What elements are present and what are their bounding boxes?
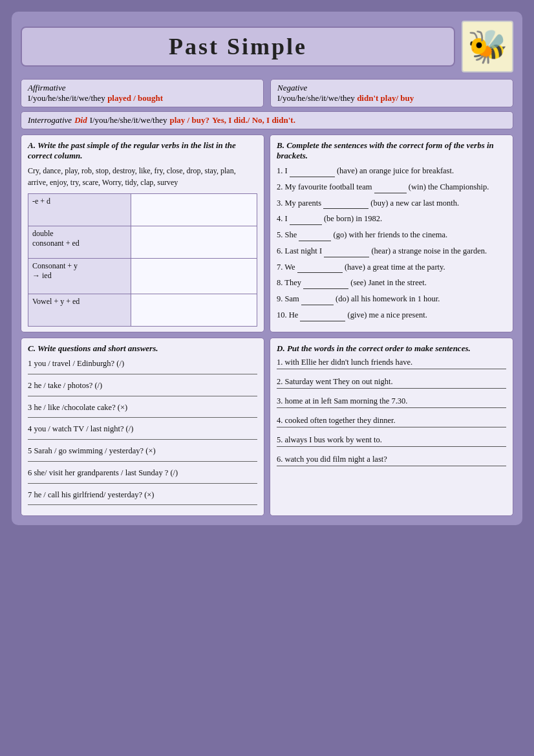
affirmative-box: Affirmative I/you/he/she/it/we/they play… (21, 79, 264, 107)
answer-line-3[interactable] (28, 417, 257, 418)
table-row: Consonant + y→ ied (28, 259, 257, 294)
list-item: 1. with Ellie her didn't lunch friends h… (277, 358, 506, 369)
section-a-table: -e + d doubleconsonant + ed Consonant + … (28, 193, 257, 327)
list-item: 9. Sam (do) all his homework in 1 hour. (277, 293, 506, 305)
negative-label: Negative (277, 83, 307, 92)
list-item: 4. cooked often together they dinner. (277, 416, 506, 427)
affirmative-verbs: played / bought (107, 93, 163, 103)
list-item: 8. They (see) Janet in the street. (277, 277, 506, 289)
answer-line-5[interactable] (28, 461, 257, 462)
d-answer-line[interactable] (277, 388, 506, 389)
row2-label: doubleconsonant + ed (28, 226, 131, 259)
row2-fill[interactable] (131, 226, 257, 259)
d-sent-text: 2. Saturday went They on out night. (277, 377, 506, 387)
bee-icon: 🐝 (462, 21, 513, 72)
table-row: -e + d (28, 194, 257, 226)
section-a-title: A. Write the past simple of the regular … (28, 140, 257, 161)
interrogative-did: Did (74, 115, 87, 125)
answer-line-2[interactable] (28, 396, 257, 396)
section-b-sentences: 1. I (have) an orange juice for breakfas… (277, 165, 506, 321)
list-item: 7 he / call his girlfriend/ yesterday? (… (28, 489, 257, 501)
list-item: 3. My parents (buy) a new car last month… (277, 197, 506, 210)
d-answer-line[interactable] (277, 407, 506, 408)
list-item: 6 she/ visit her grandparents / last Sun… (28, 467, 257, 479)
title-box: Past Simple (21, 27, 455, 67)
table-row: Vowel + y + ed (28, 294, 257, 327)
answer-line-1[interactable] (28, 374, 257, 374)
list-item: 2 he / take / photos? (/) (28, 380, 257, 392)
list-item: 2. Saturday went They on out night. (277, 377, 506, 389)
interrogative-row: Interrogative Did I/you/he/she/it/we/the… (28, 115, 506, 125)
interrogative-box: Interrogative Did I/you/he/she/it/we/the… (21, 111, 513, 129)
interrogative-answer: Yes, I did./ No, I didn't. (212, 115, 295, 125)
blank[interactable] (297, 272, 343, 273)
answer-line-6[interactable] (28, 483, 257, 484)
d-sent-text: 4. cooked often together they dinner. (277, 416, 506, 426)
row1-fill[interactable] (131, 194, 257, 226)
d-answer-line[interactable] (277, 427, 506, 427)
section-b: B. Complete the sentences with the corre… (270, 135, 513, 332)
page-title: Past Simple (32, 33, 443, 60)
interrogative-verbs: play / buy? (170, 115, 209, 125)
answer-line-7[interactable] (28, 504, 257, 505)
answer-line-4[interactable] (28, 439, 257, 440)
row3-fill[interactable] (131, 259, 257, 294)
main-grid: A. Write the past simple of the regular … (21, 135, 513, 332)
list-item: 7. We (have) a great time at the party. (277, 261, 506, 274)
table-row: doubleconsonant + ed (28, 226, 257, 259)
negative-box: Negative I/you/he/she/it/we/they didn't … (270, 79, 513, 107)
list-item: 4. I (be born) in 1982. (277, 213, 506, 225)
list-item: 4 you / watch TV / last night? (/) (28, 423, 257, 435)
blank[interactable] (323, 208, 368, 209)
grammar-row-1: Affirmative I/you/he/she/it/we/they play… (21, 79, 513, 107)
d-sent-text: 6. watch you did film night a last? (277, 455, 506, 464)
d-answer-line[interactable] (277, 369, 506, 369)
section-a-verblist: Cry, dance, play, rob, stop, destroy, li… (28, 165, 257, 188)
list-item: 5. She (go) with her friends to the cine… (277, 229, 506, 241)
section-d-title: D. Put the words in the correct order to… (277, 343, 506, 354)
list-item: 6. Last night I (hear) a strange noise i… (277, 245, 506, 257)
blank[interactable] (303, 288, 348, 289)
list-item: 2. My favourite football team (win) the … (277, 181, 506, 193)
section-b-title: B. Complete the sentences with the corre… (277, 140, 506, 161)
negative-subject: I/you/he/she/it/we/they (277, 93, 355, 103)
title-area: Past Simple 🐝 (21, 21, 513, 72)
list-item: 5. always I bus work by went to. (277, 435, 506, 447)
affirmative-label: Affirmative (28, 83, 66, 92)
negative-verbs: didn't play/ buy (357, 93, 414, 103)
section-c: C. Write questions and short answers. 1 … (21, 338, 264, 516)
blank[interactable] (290, 224, 322, 225)
d-sent-text: 5. always I bus work by went to. (277, 435, 506, 445)
blank[interactable] (324, 257, 369, 257)
bottom-grid: C. Write questions and short answers. 1 … (21, 338, 513, 516)
row4-fill[interactable] (131, 294, 257, 327)
list-item: 6. watch you did film night a last? (277, 455, 506, 466)
list-item: 3 he / like /chocolate cake? (×) (28, 402, 257, 414)
blank[interactable] (374, 193, 407, 193)
d-sent-text: 3. home at in left Sam morning the 7.30. (277, 396, 506, 406)
d-answer-line[interactable] (277, 466, 506, 466)
page: Past Simple 🐝 Affirmative I/you/he/she/i… (12, 12, 522, 525)
d-sent-text: 1. with Ellie her didn't lunch friends h… (277, 358, 506, 367)
section-d: D. Put the words in the correct order to… (270, 338, 513, 516)
section-a: A. Write the past simple of the regular … (21, 135, 264, 332)
blank[interactable] (299, 241, 331, 241)
section-c-title: C. Write questions and short answers. (28, 343, 257, 354)
blank[interactable] (300, 321, 345, 321)
row1-label: -e + d (28, 194, 131, 226)
list-item: 10. He (give) me a nice present. (277, 309, 506, 321)
list-item: 1. I (have) an orange juice for breakfas… (277, 165, 506, 177)
row3-label: Consonant + y→ ied (28, 259, 131, 294)
d-answer-line[interactable] (277, 446, 506, 447)
interrogative-subject: I/you/he/she/it/we/they (90, 115, 167, 125)
list-item: 5 Sarah / go swimming / yesterday? (×) (28, 445, 257, 457)
affirmative-subject: I/you/he/she/it/we/they (28, 93, 105, 103)
row4-label: Vowel + y + ed (28, 294, 131, 327)
blank[interactable] (290, 177, 335, 177)
list-item: 3. home at in left Sam morning the 7.30. (277, 396, 506, 408)
interrogative-label: Interrogative (28, 115, 72, 125)
blank[interactable] (301, 305, 334, 305)
list-item: 1 you / travel / Edinburgh? (/) (28, 358, 257, 370)
